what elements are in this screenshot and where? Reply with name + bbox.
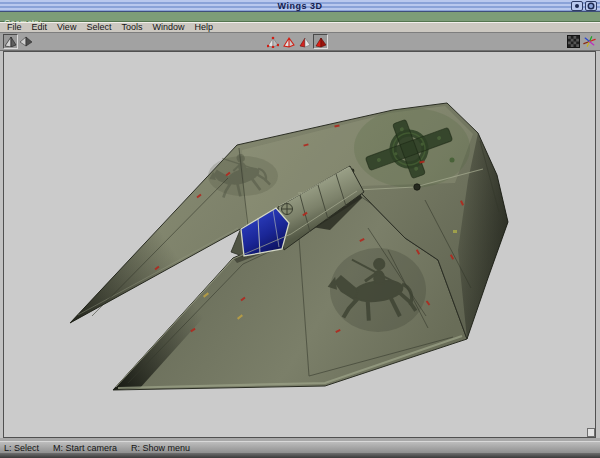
titlebar[interactable]: Wings 3D	[0, 0, 600, 12]
window-title: Wings 3D	[0, 1, 600, 11]
selection-mode-group	[265, 34, 328, 49]
toolbar-right-group	[566, 34, 597, 49]
menu-select[interactable]: Select	[81, 23, 116, 32]
edge-select-icon	[283, 36, 295, 48]
status-left-click: L: Select	[4, 443, 39, 453]
gray-pyramid-icon	[5, 36, 17, 47]
ground-plane-toggle-button[interactable]	[566, 34, 581, 49]
window-depth-button[interactable]	[571, 1, 583, 11]
menu-help[interactable]: Help	[189, 23, 218, 32]
toggle-button-1[interactable]	[3, 34, 18, 49]
menu-edit[interactable]: Edit	[27, 23, 53, 32]
resize-grip[interactable]	[587, 428, 595, 437]
toolbar	[0, 33, 600, 51]
viewport-3d-model	[4, 52, 595, 437]
menu-tools[interactable]: Tools	[116, 23, 147, 32]
geometry-viewport[interactable]	[3, 51, 596, 438]
face-select-icon	[299, 36, 311, 48]
face-select-button[interactable]	[297, 34, 312, 49]
body-select-button[interactable]	[313, 34, 328, 49]
window-close-button[interactable]	[585, 1, 597, 11]
vertex-select-button[interactable]	[265, 34, 280, 49]
status-middle-click: M: Start camera	[53, 443, 117, 453]
statusbar: L: Select M: Start camera R: Show menu	[0, 441, 600, 453]
toolbar-left-group	[3, 34, 34, 49]
menu-file[interactable]: File	[2, 23, 27, 32]
edge-select-button[interactable]	[281, 34, 296, 49]
menu-view[interactable]: View	[52, 23, 81, 32]
menu-window[interactable]: Window	[147, 23, 189, 32]
titlebar-buttons	[571, 1, 597, 11]
axes-toggle-button[interactable]	[582, 34, 597, 49]
geometry-header[interactable]: Geometry	[0, 12, 600, 22]
window-bottom-edge	[0, 453, 600, 458]
menubar: File Edit View Select Tools Window Help	[0, 22, 600, 33]
ring-icon	[589, 4, 593, 8]
body-select-icon	[315, 36, 327, 48]
vertex-select-icon	[267, 36, 279, 48]
toggle-button-2[interactable]	[19, 34, 34, 49]
dot-icon	[575, 4, 579, 8]
ground-grid-icon	[567, 35, 580, 48]
wings3d-window: Wings 3D Geometry File Edit View Select …	[0, 0, 600, 458]
split-pyramid-icon	[20, 36, 33, 47]
axes-icon	[583, 35, 596, 48]
status-right-click: R: Show menu	[131, 443, 190, 453]
